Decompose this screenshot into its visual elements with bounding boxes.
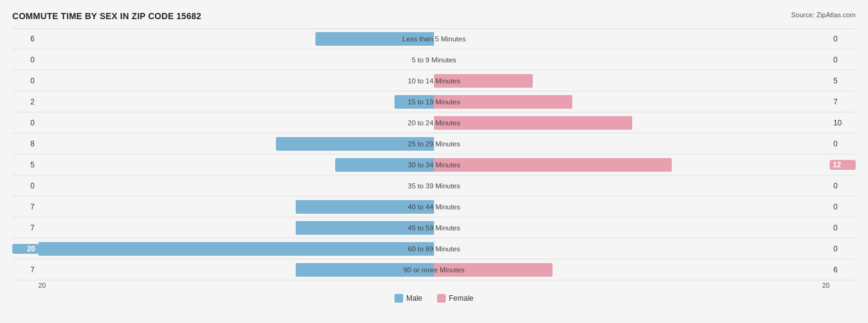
chart-row: 010 to 14 Minutes5 (12, 70, 856, 91)
axis-labels: 20 20 (12, 282, 856, 289)
male-value: 5 (12, 161, 38, 169)
row-label: 30 to 34 Minutes (407, 161, 460, 169)
male-value: 0 (12, 119, 38, 127)
row-label: 5 to 9 Minutes (412, 56, 456, 64)
male-value: 2 (12, 98, 38, 106)
male-value: 7 (12, 203, 38, 211)
bars-area: Less than 5 Minutes (38, 29, 830, 49)
female-value: 12 (830, 160, 856, 170)
legend-female-box (437, 294, 446, 303)
chart-row: 05 to 9 Minutes0 (12, 49, 856, 70)
chart-row: 740 to 44 Minutes0 (12, 196, 856, 217)
female-value: 0 (830, 224, 856, 232)
legend-female-label: Female (449, 294, 474, 303)
chart-row: 530 to 34 Minutes12 (12, 154, 856, 175)
row-label: 35 to 39 Minutes (407, 182, 460, 190)
male-value: 0 (12, 182, 38, 190)
axis-right: 20 (822, 282, 830, 289)
chart-row: 035 to 39 Minutes0 (12, 175, 856, 196)
bars-area: 40 to 44 Minutes (38, 196, 830, 217)
bars-area: 35 to 39 Minutes (38, 175, 830, 196)
bars-area: 30 to 34 Minutes (38, 154, 830, 175)
bars-area: 15 to 19 Minutes (38, 91, 830, 112)
female-value: 10 (830, 119, 856, 127)
chart-row: 745 to 59 Minutes0 (12, 217, 856, 238)
row-label: 40 to 44 Minutes (407, 203, 460, 211)
source-label: Source: ZipAtlas.com (791, 11, 856, 19)
male-value: 0 (12, 56, 38, 64)
chart-row: 825 to 29 Minutes0 (12, 133, 856, 154)
row-label: 45 to 59 Minutes (407, 224, 460, 232)
bars-area: 10 to 14 Minutes (38, 70, 830, 91)
legend-male-label: Male (406, 294, 422, 303)
chart-row: 790 or more Minutes6 (12, 259, 856, 280)
bars-area: 60 to 89 Minutes (38, 238, 830, 259)
male-value: 8 (12, 140, 38, 148)
chart-row: 020 to 24 Minutes10 (12, 112, 856, 133)
female-value: 0 (830, 56, 856, 64)
chart-area: 6Less than 5 Minutes005 to 9 Minutes0010… (12, 28, 856, 280)
row-label: 90 or more Minutes (403, 266, 464, 274)
row-label: 10 to 14 Minutes (407, 77, 460, 85)
row-label: 60 to 89 Minutes (407, 245, 460, 253)
bars-area: 25 to 29 Minutes (38, 133, 830, 154)
female-value: 5 (830, 77, 856, 85)
male-value: 6 (12, 35, 38, 43)
chart-row: 6Less than 5 Minutes0 (12, 28, 856, 49)
chart-row: 2060 to 89 Minutes0 (12, 238, 856, 259)
male-value: 7 (12, 224, 38, 232)
chart-row: 215 to 19 Minutes7 (12, 91, 856, 112)
row-label: 15 to 19 Minutes (407, 98, 460, 106)
female-value: 0 (830, 35, 856, 43)
male-value: 20 (12, 244, 38, 254)
row-label: Less than 5 Minutes (403, 35, 466, 43)
bars-area: 45 to 59 Minutes (38, 217, 830, 238)
female-value: 0 (830, 182, 856, 190)
chart-container: COMMUTE TIME BY SEX IN ZIP CODE 15682 So… (0, 0, 868, 323)
female-value: 0 (830, 140, 856, 148)
female-value: 0 (830, 203, 856, 211)
bars-area: 20 to 24 Minutes (38, 112, 830, 133)
row-label: 20 to 24 Minutes (407, 119, 460, 127)
female-value: 6 (830, 266, 856, 274)
legend-male: Male (394, 294, 422, 303)
legend: Male Female (12, 294, 856, 303)
legend-male-box (394, 294, 403, 303)
male-value: 0 (12, 77, 38, 85)
male-value: 7 (12, 266, 38, 274)
bars-area: 5 to 9 Minutes (38, 49, 830, 70)
female-value: 7 (830, 98, 856, 106)
axis-left: 20 (38, 282, 46, 289)
legend-female: Female (437, 294, 474, 303)
chart-title: COMMUTE TIME BY SEX IN ZIP CODE 15682 (12, 11, 856, 21)
bars-area: 90 or more Minutes (38, 259, 830, 280)
row-label: 25 to 29 Minutes (407, 140, 460, 148)
female-value: 0 (830, 245, 856, 253)
